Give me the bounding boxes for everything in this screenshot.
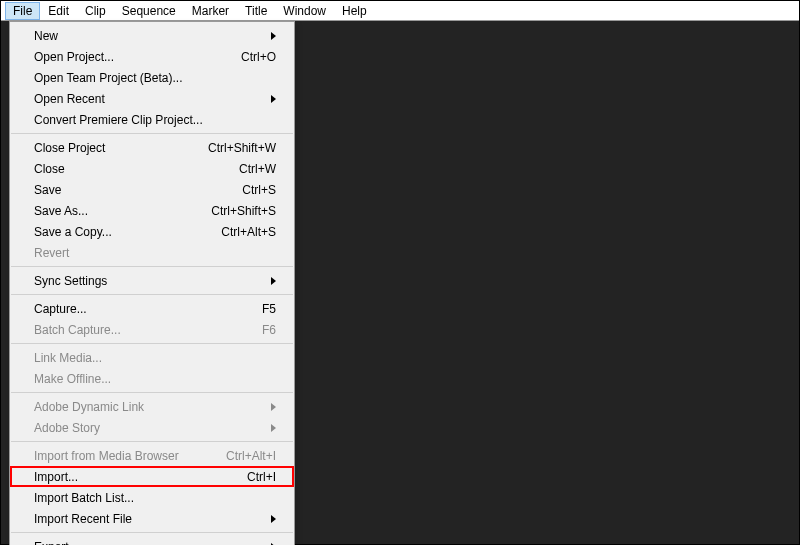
menu-item-label: Adobe Story xyxy=(34,421,266,435)
menu-item-import-recent-file[interactable]: Import Recent File xyxy=(10,508,294,529)
menu-item-save-a-copy[interactable]: Save a Copy...Ctrl+Alt+S xyxy=(10,221,294,242)
menu-item-label: Revert xyxy=(34,246,276,260)
menu-item-import-batch-list[interactable]: Import Batch List... xyxy=(10,487,294,508)
menu-title[interactable]: Title xyxy=(237,2,275,20)
menu-separator xyxy=(11,343,293,344)
menu-item-make-offline: Make Offline... xyxy=(10,368,294,389)
menu-item-close[interactable]: CloseCtrl+W xyxy=(10,158,294,179)
menu-item-label: Adobe Dynamic Link xyxy=(34,400,266,414)
menu-file[interactable]: File xyxy=(5,2,40,20)
submenu-caret-icon xyxy=(266,274,276,288)
menu-item-label: Close Project xyxy=(34,141,196,155)
menu-item-export[interactable]: Export xyxy=(10,536,294,545)
menu-item-open-team-project-beta[interactable]: Open Team Project (Beta)... xyxy=(10,67,294,88)
app-window: FileEditClipSequenceMarkerTitleWindowHel… xyxy=(0,0,800,545)
menu-separator xyxy=(11,441,293,442)
menu-item-close-project[interactable]: Close ProjectCtrl+Shift+W xyxy=(10,137,294,158)
menu-item-batch-capture: Batch Capture...F6 xyxy=(10,319,294,340)
menu-item-open-recent[interactable]: Open Recent xyxy=(10,88,294,109)
menu-item-label: Import Recent File xyxy=(34,512,266,526)
menu-item-shortcut: Ctrl+Alt+I xyxy=(214,449,276,463)
menu-item-convert-premiere-clip-project[interactable]: Convert Premiere Clip Project... xyxy=(10,109,294,130)
menu-item-label: Import from Media Browser xyxy=(34,449,214,463)
menu-item-shortcut: F5 xyxy=(250,302,276,316)
menu-item-label: Save As... xyxy=(34,204,199,218)
menu-edit[interactable]: Edit xyxy=(40,2,77,20)
file-menu-dropdown: NewOpen Project...Ctrl+OOpen Team Projec… xyxy=(9,21,295,545)
menubar: FileEditClipSequenceMarkerTitleWindowHel… xyxy=(1,1,799,21)
menu-item-import[interactable]: Import...Ctrl+I xyxy=(10,466,294,487)
menu-separator xyxy=(11,532,293,533)
menu-item-label: New xyxy=(34,29,266,43)
submenu-caret-icon xyxy=(266,92,276,106)
menu-item-save[interactable]: SaveCtrl+S xyxy=(10,179,294,200)
menu-clip[interactable]: Clip xyxy=(77,2,114,20)
menu-separator xyxy=(11,133,293,134)
menu-item-label: Export xyxy=(34,540,266,546)
menu-item-label: Open Project... xyxy=(34,50,229,64)
menu-item-shortcut: Ctrl+Shift+W xyxy=(196,141,276,155)
menu-help[interactable]: Help xyxy=(334,2,375,20)
menu-item-shortcut: Ctrl+Alt+S xyxy=(209,225,276,239)
menu-separator xyxy=(11,392,293,393)
menu-item-import-from-media-browser: Import from Media BrowserCtrl+Alt+I xyxy=(10,445,294,466)
menu-marker[interactable]: Marker xyxy=(184,2,237,20)
menu-item-label: Link Media... xyxy=(34,351,276,365)
menu-item-label: Open Team Project (Beta)... xyxy=(34,71,276,85)
menu-separator xyxy=(11,294,293,295)
menu-item-revert: Revert xyxy=(10,242,294,263)
menu-item-new[interactable]: New xyxy=(10,25,294,46)
menu-item-label: Batch Capture... xyxy=(34,323,250,337)
menu-item-label: Import Batch List... xyxy=(34,491,276,505)
menu-item-label: Open Recent xyxy=(34,92,266,106)
menu-separator xyxy=(11,266,293,267)
menu-window[interactable]: Window xyxy=(275,2,334,20)
menu-item-label: Make Offline... xyxy=(34,372,276,386)
menu-item-shortcut: Ctrl+W xyxy=(227,162,276,176)
menu-item-link-media: Link Media... xyxy=(10,347,294,368)
menu-item-save-as[interactable]: Save As...Ctrl+Shift+S xyxy=(10,200,294,221)
menu-item-label: Capture... xyxy=(34,302,250,316)
menu-item-label: Sync Settings xyxy=(34,274,266,288)
menu-item-label: Convert Premiere Clip Project... xyxy=(34,113,276,127)
submenu-caret-icon xyxy=(266,512,276,526)
menu-item-shortcut: Ctrl+Shift+S xyxy=(199,204,276,218)
menu-item-capture[interactable]: Capture...F5 xyxy=(10,298,294,319)
menu-item-label: Close xyxy=(34,162,227,176)
menu-item-shortcut: F6 xyxy=(250,323,276,337)
menu-item-shortcut: Ctrl+S xyxy=(230,183,276,197)
menu-item-label: Save xyxy=(34,183,230,197)
submenu-caret-icon xyxy=(266,400,276,414)
menu-item-label: Import... xyxy=(34,470,235,484)
submenu-caret-icon xyxy=(266,421,276,435)
menu-item-open-project[interactable]: Open Project...Ctrl+O xyxy=(10,46,294,67)
submenu-caret-icon xyxy=(266,29,276,43)
submenu-caret-icon xyxy=(266,540,276,546)
menu-item-shortcut: Ctrl+O xyxy=(229,50,276,64)
menu-item-label: Save a Copy... xyxy=(34,225,209,239)
menu-item-shortcut: Ctrl+I xyxy=(235,470,276,484)
menu-item-adobe-dynamic-link: Adobe Dynamic Link xyxy=(10,396,294,417)
menu-sequence[interactable]: Sequence xyxy=(114,2,184,20)
menu-item-sync-settings[interactable]: Sync Settings xyxy=(10,270,294,291)
menu-item-adobe-story: Adobe Story xyxy=(10,417,294,438)
